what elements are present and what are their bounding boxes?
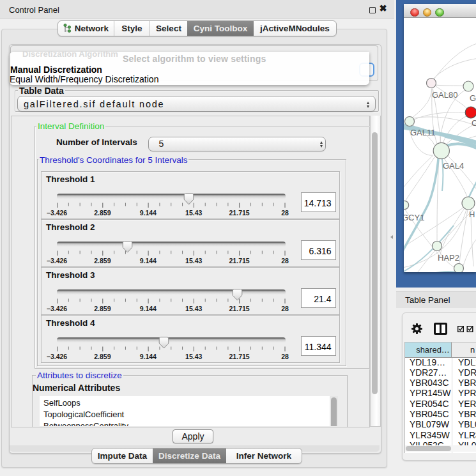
svg-text:GCY1: GCY1 bbox=[404, 213, 424, 222]
svg-text:C: C bbox=[472, 118, 476, 128]
svg-text:GAL80: GAL80 bbox=[432, 90, 457, 100]
svg-text:HAP2: HAP2 bbox=[438, 253, 459, 263]
svg-text:H: H bbox=[469, 210, 475, 219]
svg-text:G.: G. bbox=[470, 93, 476, 103]
svg-text:GAL11: GAL11 bbox=[410, 128, 436, 137]
svg-text:GAL4: GAL4 bbox=[443, 161, 464, 171]
